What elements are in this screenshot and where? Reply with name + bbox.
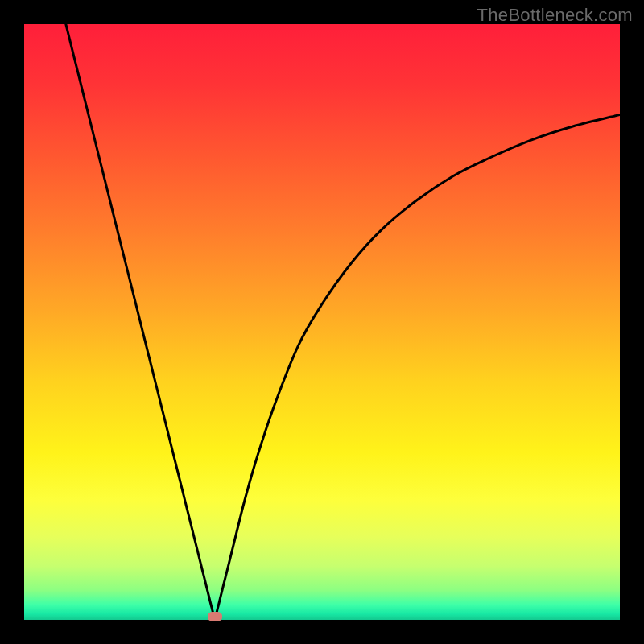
attribution-label: TheBottleneck.com xyxy=(477,5,633,26)
plot-area xyxy=(24,24,620,620)
bottleneck-curve xyxy=(24,24,620,620)
chart-stage: TheBottleneck.com xyxy=(0,0,644,644)
optimal-point-marker xyxy=(208,612,222,621)
